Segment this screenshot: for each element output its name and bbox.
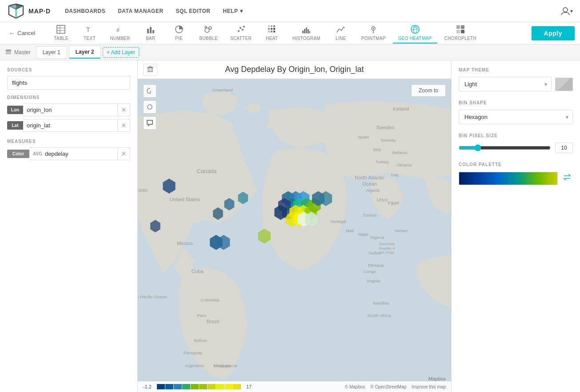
chart-tool-pointmap[interactable]: POINTMAP xyxy=(356,23,391,44)
svg-rect-30 xyxy=(271,31,272,32)
svg-text:Libya: Libya xyxy=(377,197,388,202)
chart-tool-geo-heatmap[interactable]: GEO HEATMAP xyxy=(393,23,437,44)
app-name: MAP·D xyxy=(28,8,51,15)
bubble-icon xyxy=(204,24,213,34)
svg-text:Niger: Niger xyxy=(358,232,369,237)
svg-text:Greenland: Greenland xyxy=(212,87,232,92)
mapbox-attribution: © Mapbox xyxy=(345,384,365,389)
center-area: Avg Depdelay By Origin_lon, Origin_lat xyxy=(138,60,451,392)
chart-tool-histogram[interactable]: HISTOGRAM xyxy=(287,23,326,44)
bin-shape-select[interactable]: Hexagon Square Circle xyxy=(459,110,573,124)
bin-shape-section: BIN SHAPE Hexagon Square Circle ▾ xyxy=(459,100,573,124)
color-palette-section: COLOR PALETTE xyxy=(459,162,573,185)
master-layer-tab[interactable]: Master xyxy=(5,49,31,55)
svg-text:Ukraine: Ukraine xyxy=(396,162,412,167)
color-badge: Color xyxy=(7,150,29,158)
lon-clear-button[interactable]: ✕ xyxy=(118,103,130,116)
chart-tool-bubble[interactable]: BUBBLE xyxy=(194,23,223,44)
user-menu-button[interactable]: ▾ xyxy=(560,5,573,17)
lat-clear-button[interactable]: ✕ xyxy=(118,119,130,132)
chart-tool-text[interactable]: T TEXT xyxy=(76,23,103,44)
map-theme-row: Light Dark Satellite Streets ▾ xyxy=(459,77,573,91)
lasso-select-button[interactable] xyxy=(143,84,156,98)
map-controls xyxy=(143,84,156,130)
svg-rect-32 xyxy=(302,31,304,33)
zoom-to-button[interactable]: Zoom to xyxy=(411,84,446,97)
number-icon: # xyxy=(115,24,125,34)
chart-tool-number[interactable]: # NUMBER xyxy=(104,23,135,44)
legend-swatch-7 xyxy=(208,384,216,389)
svg-point-135 xyxy=(148,105,152,109)
nav-help[interactable]: HELP ▾ xyxy=(223,6,243,16)
cancel-button[interactable]: ← Cancel xyxy=(5,28,39,38)
help-chevron-icon: ▾ xyxy=(240,8,243,14)
histogram-icon xyxy=(301,24,311,34)
svg-text:Canada: Canada xyxy=(197,168,217,174)
svg-rect-29 xyxy=(268,31,270,32)
svg-point-5 xyxy=(563,8,568,12)
measure-content: AVG depdelay xyxy=(29,147,118,160)
chart-tool-line[interactable]: LINE xyxy=(328,23,354,44)
svg-text:#: # xyxy=(116,27,120,33)
svg-point-21 xyxy=(242,29,244,31)
svg-rect-27 xyxy=(271,28,272,30)
bin-pixel-size-slider[interactable] xyxy=(459,144,551,151)
svg-point-18 xyxy=(205,26,207,28)
nav-data-manager[interactable]: DATA MANAGER xyxy=(118,6,163,16)
color-gradient[interactable] xyxy=(459,172,558,185)
chart-tool-table[interactable]: TABLE xyxy=(48,23,74,44)
world-map-svg: Canada United States Mexico Cuba Brazil … xyxy=(138,79,451,392)
right-panel: MAP THEME Light Dark Satellite Streets ▾ xyxy=(451,60,580,392)
svg-point-44 xyxy=(412,30,414,31)
main-content: SOURCES DIMENSIONS Lon origin_lon ✕ Lat … xyxy=(0,60,580,392)
pointmap-icon xyxy=(368,24,378,34)
logo[interactable]: MAP·D xyxy=(7,2,51,20)
legend-max: 17 xyxy=(246,384,252,389)
svg-text:Italy: Italy xyxy=(373,147,381,152)
theme-preview-image xyxy=(556,78,572,91)
map-container[interactable]: Canada United States Mexico Cuba Brazil … xyxy=(138,79,451,392)
apply-button[interactable]: Apply xyxy=(532,26,575,40)
chart-tool-scatter[interactable]: SCATTER xyxy=(225,23,257,44)
source-input[interactable] xyxy=(7,76,130,90)
svg-rect-52 xyxy=(6,50,11,51)
chart-tool-pie[interactable]: PIE xyxy=(166,23,192,44)
palette-swap-button[interactable] xyxy=(561,171,573,185)
svg-text:United States: United States xyxy=(170,197,200,202)
layers-icon xyxy=(5,49,12,55)
circle-select-button[interactable] xyxy=(143,100,156,114)
map-theme-section: MAP THEME Light Dark Satellite Streets ▾ xyxy=(459,67,573,91)
improve-map-link[interactable]: Improve this map xyxy=(412,384,446,389)
comment-button[interactable] xyxy=(143,116,156,130)
svg-point-39 xyxy=(373,28,374,29)
chart-tool-heat[interactable]: HEAT xyxy=(259,23,285,44)
measure-clear-button[interactable]: ✕ xyxy=(118,147,130,160)
nav-dashboards[interactable]: DASHBOARDS xyxy=(65,6,105,16)
trash-icon xyxy=(147,66,153,72)
delete-chart-button[interactable] xyxy=(143,63,157,75)
layer1-tab[interactable]: Layer 1 xyxy=(36,46,67,59)
layer2-tab[interactable]: Layer 2 xyxy=(69,46,101,59)
map-theme-select[interactable]: Light Dark Satellite Streets xyxy=(459,77,552,91)
measure-field: depdelay xyxy=(45,150,68,157)
svg-rect-53 xyxy=(148,67,152,71)
svg-rect-48 xyxy=(456,30,460,33)
svg-text:Turkey: Turkey xyxy=(376,159,389,164)
bar-icon xyxy=(146,24,156,34)
dimensions-label: DIMENSIONS xyxy=(7,95,130,100)
svg-text:Senegal: Senegal xyxy=(330,219,346,224)
legend-swatch-4 xyxy=(182,384,190,389)
svg-rect-36 xyxy=(309,31,310,33)
add-layer-button[interactable]: + Add Layer xyxy=(103,47,139,58)
measure-agg: AVG xyxy=(33,151,42,156)
svg-point-19 xyxy=(238,30,240,32)
svg-rect-51 xyxy=(6,53,11,54)
chart-tool-bar[interactable]: BAR xyxy=(137,23,164,44)
top-navigation: MAP·D DASHBOARDS DATA MANAGER SQL EDITOR… xyxy=(0,0,580,22)
svg-text:the Congo: the Congo xyxy=(380,251,395,254)
chart-tool-choropleth[interactable]: CHOROPLETH xyxy=(439,23,482,44)
svg-rect-26 xyxy=(268,28,270,30)
bin-shape-select-wrapper: Hexagon Square Circle ▾ xyxy=(459,110,573,124)
svg-rect-47 xyxy=(461,25,464,29)
nav-sql-editor[interactable]: SQL EDITOR xyxy=(176,6,211,16)
